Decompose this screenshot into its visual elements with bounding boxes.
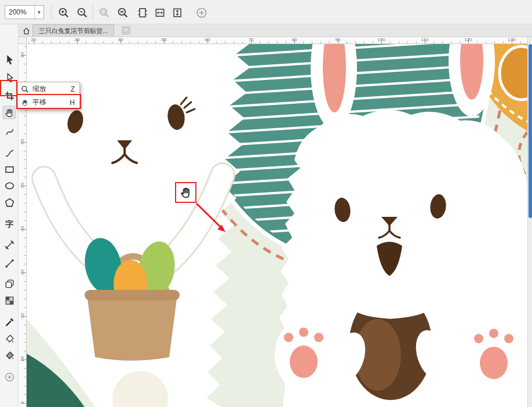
home-icon xyxy=(22,27,31,35)
stacked-rects-icon xyxy=(4,278,15,289)
zoom-all-icon xyxy=(117,7,129,19)
checkerboard-icon xyxy=(4,295,15,306)
zoom-out-button[interactable] xyxy=(75,6,89,20)
contour-tool[interactable] xyxy=(2,277,16,290)
hand-cursor-icon xyxy=(179,186,193,199)
hruler-major-ticks xyxy=(27,39,527,43)
zoom-level-select[interactable]: 200% ▼ xyxy=(5,5,44,19)
vertical-scrollbar-thumb[interactable] xyxy=(529,44,532,218)
zoom-to-page-button[interactable] xyxy=(136,6,150,20)
ellipse-icon xyxy=(4,180,15,191)
zoom-page-width-icon xyxy=(154,7,166,19)
zoom-in-button[interactable] xyxy=(57,6,71,20)
rectangle-tool[interactable] xyxy=(2,162,16,176)
chevron-down-icon[interactable]: ▼ xyxy=(34,6,43,19)
flyout-item-label: 缩放 xyxy=(32,84,71,94)
zoom-to-page-height-button[interactable] xyxy=(170,6,184,20)
crop-icon xyxy=(4,90,15,101)
zoom-pan-flyout-menu: 缩放 Z 平移 H xyxy=(17,82,80,110)
ellipse-tool[interactable] xyxy=(2,179,16,192)
text-tool[interactable]: 字 xyxy=(2,217,16,231)
interactive-fill-tool[interactable] xyxy=(2,331,16,345)
eyedropper-icon xyxy=(4,317,15,328)
zoom-to-all-button[interactable] xyxy=(116,6,130,20)
freehand-tool[interactable] xyxy=(2,125,16,139)
brush-stroke-icon xyxy=(4,148,15,159)
pick-arrow-icon xyxy=(4,54,15,65)
fill-bucket-icon xyxy=(4,333,15,344)
new-document-tab-button[interactable]: + xyxy=(122,26,130,35)
zoom-to-page-width-button[interactable] xyxy=(153,6,167,20)
document-tab-bar: 三只白兔复活节剪贴贺... + xyxy=(19,24,532,37)
eyedropper-tool[interactable] xyxy=(2,315,16,329)
hand-icon xyxy=(4,107,15,118)
flyout-item-shortcut: Z xyxy=(71,85,75,93)
zoom-level-value: 200% xyxy=(5,8,34,16)
shape-tool[interactable] xyxy=(2,71,16,85)
easter-bunny-artwork xyxy=(27,44,527,407)
toolbar-separator xyxy=(51,5,52,20)
welcome-home-button[interactable] xyxy=(21,26,31,36)
zoom-page-icon xyxy=(137,7,148,19)
dimension-line-icon xyxy=(4,239,15,250)
magnifier-icon xyxy=(21,85,29,93)
rectangle-icon xyxy=(4,164,15,175)
zoom-in-icon xyxy=(58,7,70,19)
connector-tool[interactable] xyxy=(2,256,16,270)
zoom-page-height-icon xyxy=(172,7,183,19)
toolbar-separator xyxy=(93,5,93,20)
polygon-tool[interactable] xyxy=(2,195,16,209)
crop-tool[interactable] xyxy=(2,89,16,103)
add-tools-button[interactable] xyxy=(2,370,16,384)
customize-toolbar-button[interactable] xyxy=(195,6,209,20)
top-toolbar: 200% ▼ xyxy=(0,0,532,24)
horizontal-ruler[interactable]: 2030405060708090100110120130 xyxy=(27,37,527,44)
flyout-item-label: 平移 xyxy=(32,97,70,107)
shape-arrow-icon xyxy=(4,72,15,83)
hand-icon xyxy=(21,99,29,107)
flyout-item-pan[interactable]: 平移 H xyxy=(18,96,79,109)
vertical-scrollbar[interactable] xyxy=(527,37,532,407)
pick-tool[interactable] xyxy=(2,52,16,66)
left-foot xyxy=(275,319,333,391)
artistic-media-tool[interactable] xyxy=(2,146,16,160)
right-foot xyxy=(465,320,523,392)
connector-line-icon xyxy=(4,258,15,269)
basket xyxy=(85,290,180,361)
zoom-to-selection-button xyxy=(97,6,111,20)
canvas[interactable] xyxy=(27,44,527,407)
zoom-selection-icon xyxy=(99,7,110,19)
plus-circle-icon xyxy=(196,7,207,19)
ruler-origin-corner[interactable] xyxy=(19,37,27,44)
curve-icon xyxy=(4,126,15,137)
smart-fill-icon xyxy=(4,350,15,361)
transparency-tool[interactable] xyxy=(2,293,16,307)
smart-fill-tool[interactable] xyxy=(2,348,16,362)
plus-circle-icon xyxy=(4,372,15,383)
zoom-out-icon xyxy=(76,7,88,19)
document-tab-title: 三只白兔复活节剪贴贺... xyxy=(39,27,108,35)
app-window: 200% ▼ xyxy=(0,0,532,407)
text-tool-glyph: 字 xyxy=(5,219,13,230)
pan-cursor-annotation xyxy=(175,182,196,203)
dimension-tool[interactable] xyxy=(2,238,16,252)
flyout-item-zoom[interactable]: 缩放 Z xyxy=(18,82,79,96)
toolbox: 字 xyxy=(0,24,19,407)
flyout-item-shortcut: H xyxy=(70,99,75,107)
pan-tool[interactable] xyxy=(2,106,16,119)
document-tab[interactable]: 三只白兔复活节剪贴贺... xyxy=(32,24,114,37)
polygon-icon xyxy=(4,197,15,208)
